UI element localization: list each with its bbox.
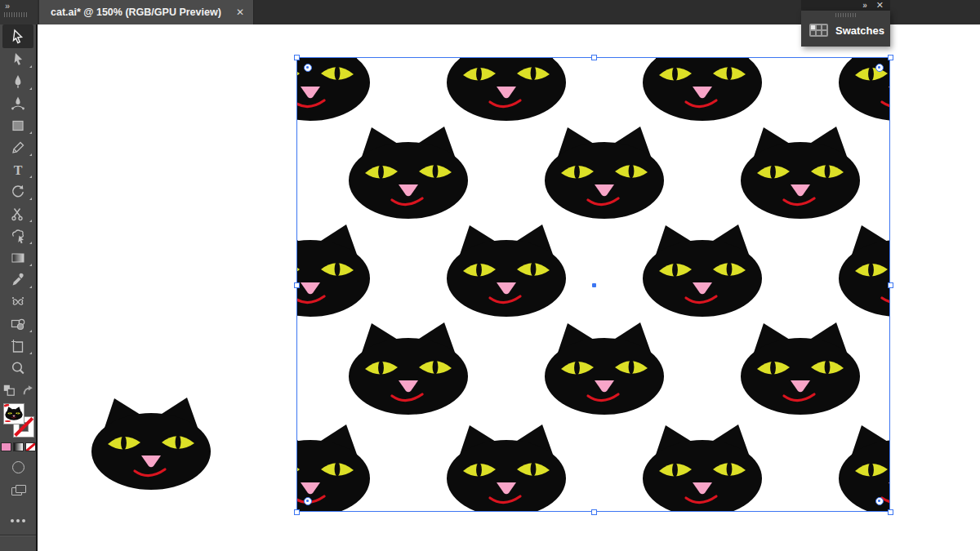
panel-collapse-icon[interactable]: » bbox=[862, 2, 866, 10]
live-corner-widget[interactable] bbox=[304, 497, 312, 505]
blend-tool[interactable] bbox=[2, 291, 33, 313]
color-button[interactable] bbox=[1, 442, 11, 451]
type-tool[interactable]: T bbox=[2, 158, 33, 180]
swatches-panel-title: Swatches bbox=[835, 24, 884, 37]
curvature-tool[interactable] bbox=[2, 92, 33, 114]
screen-mode-button[interactable] bbox=[11, 485, 24, 495]
selection-handle[interactable] bbox=[591, 509, 597, 515]
selection-handle[interactable] bbox=[591, 55, 597, 60]
eyedropper-tool[interactable] bbox=[2, 269, 33, 291]
gradient-tool[interactable] bbox=[2, 247, 33, 269]
tools-panel: T bbox=[0, 24, 38, 551]
shape-builder-tool[interactable] bbox=[2, 313, 33, 335]
pattern-cat bbox=[739, 126, 862, 220]
fill-stroke-indicator bbox=[2, 403, 34, 438]
tool-list: T bbox=[0, 24, 36, 379]
document-tab-title: cat.ai* @ 150% (RGB/GPU Preview) bbox=[39, 7, 221, 18]
collapse-tools-icon[interactable]: » bbox=[5, 1, 9, 11]
tools-panel-header: » bbox=[0, 0, 38, 24]
gradient-button[interactable] bbox=[13, 442, 24, 451]
pattern-cat bbox=[543, 126, 666, 220]
fill-swatch-pattern[interactable] bbox=[3, 403, 24, 424]
swatches-icon bbox=[809, 24, 828, 37]
selection-handle[interactable] bbox=[294, 55, 300, 60]
selection-center-point[interactable] bbox=[592, 283, 596, 287]
swap-fill-stroke-icon[interactable] bbox=[21, 384, 34, 400]
pencil-tool[interactable] bbox=[2, 136, 33, 158]
pattern-cat bbox=[641, 57, 764, 122]
artboard-canvas[interactable] bbox=[38, 24, 980, 551]
tools-drag-grip[interactable] bbox=[4, 12, 27, 17]
selection-tool[interactable] bbox=[2, 24, 33, 48]
pattern-cat bbox=[296, 224, 372, 318]
pattern-cat bbox=[641, 224, 764, 318]
pattern-cat bbox=[347, 322, 470, 415]
rotate-tool[interactable] bbox=[2, 180, 33, 202]
svg-text:T: T bbox=[14, 162, 23, 176]
live-corner-widget[interactable] bbox=[875, 64, 884, 72]
swatches-panel-bar: » ✕ bbox=[801, 0, 890, 11]
pattern-cat bbox=[641, 424, 764, 512]
zoom-tool[interactable] bbox=[2, 357, 33, 379]
pattern-cat bbox=[445, 224, 568, 318]
pattern-cat bbox=[543, 322, 666, 415]
pattern-cat bbox=[445, 424, 568, 512]
rectangle-tool[interactable] bbox=[2, 114, 33, 136]
live-corner-widget[interactable] bbox=[875, 497, 884, 505]
live-corner-widget[interactable] bbox=[304, 64, 312, 72]
pen-tool[interactable] bbox=[2, 70, 33, 92]
artboard-tool[interactable] bbox=[2, 335, 33, 357]
panel-drag-grip[interactable] bbox=[835, 13, 857, 17]
toolbar-divider bbox=[0, 535, 36, 536]
pattern-cat bbox=[347, 126, 470, 220]
selection-handle[interactable] bbox=[294, 282, 300, 288]
pattern-cat bbox=[445, 57, 568, 122]
selection-handle[interactable] bbox=[888, 282, 893, 288]
selection-handle[interactable] bbox=[888, 509, 893, 515]
single-cat-object[interactable] bbox=[90, 397, 212, 491]
document-tab[interactable]: cat.ai* @ 150% (RGB/GPU Preview) ✕ bbox=[39, 0, 254, 24]
draw-mode-button[interactable] bbox=[12, 461, 24, 473]
panel-close-icon[interactable]: ✕ bbox=[876, 1, 884, 10]
pattern-cat bbox=[837, 224, 890, 318]
shaper-tool[interactable] bbox=[2, 224, 33, 247]
tab-close-icon[interactable]: ✕ bbox=[236, 7, 244, 18]
swatches-panel[interactable]: Swatches bbox=[801, 11, 890, 47]
default-fill-stroke-icon[interactable] bbox=[2, 384, 16, 400]
scissors-tool[interactable] bbox=[2, 202, 33, 224]
none-button[interactable] bbox=[25, 442, 36, 451]
toolbar-overflow-button[interactable] bbox=[0, 519, 36, 522]
pattern-cat bbox=[739, 322, 862, 415]
selection-handle[interactable] bbox=[888, 55, 893, 60]
direct-selection-tool[interactable] bbox=[2, 48, 33, 70]
selection-handle[interactable] bbox=[294, 509, 300, 515]
